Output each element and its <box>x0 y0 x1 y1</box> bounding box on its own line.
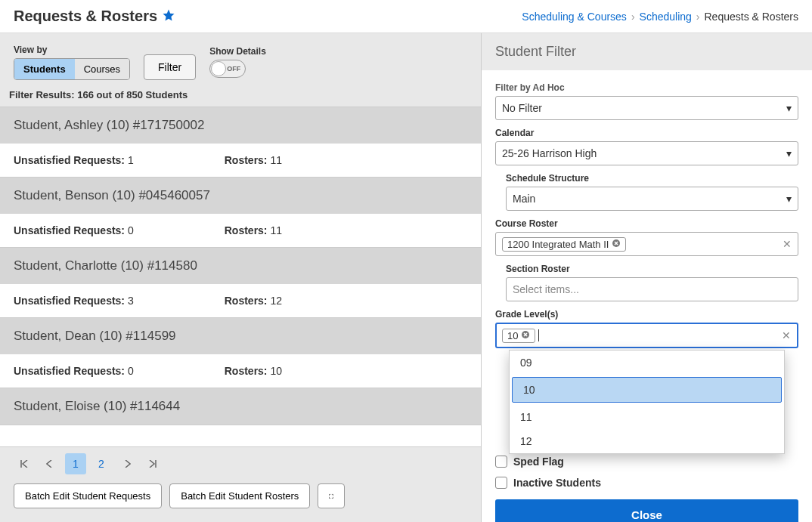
grade-level-dropdown: 09 10 11 12 <box>509 350 785 454</box>
section-roster-combo[interactable]: Select items... <box>506 277 798 301</box>
rosters-label: Rosters: <box>225 224 268 236</box>
grade-option-11[interactable]: 11 <box>510 405 784 429</box>
rosters-value: 11 <box>270 224 282 236</box>
close-button[interactable]: Close <box>495 499 798 522</box>
show-details-label: Show Details <box>209 46 266 57</box>
breadcrumb-current: Requests & Rosters <box>705 11 799 23</box>
grade-level-combo[interactable]: 10 ✕ <box>495 323 798 348</box>
sped-flag-checkbox[interactable] <box>495 456 507 468</box>
clear-icon[interactable]: ✕ <box>782 329 791 341</box>
chevron-right-icon: › <box>696 11 700 23</box>
grade-option-12[interactable]: 12 <box>510 429 784 453</box>
adhoc-label: Filter by Ad Hoc <box>495 82 798 93</box>
pager: 1 2 <box>14 453 467 474</box>
unsatisfied-value: 3 <box>128 295 134 307</box>
schedule-structure-value: Main <box>513 193 535 205</box>
sped-flag-label: Sped Flag <box>513 456 564 468</box>
text-cursor <box>538 329 539 341</box>
filter-button[interactable]: Filter <box>144 54 196 80</box>
grade-level-chip: 10 <box>502 329 535 343</box>
unsatisfied-label: Unsatisfied Requests: <box>14 154 125 166</box>
student-list: Student, Ashley (10) #171750002 Unsatisf… <box>0 107 481 446</box>
viewby-students-button[interactable]: Students <box>14 59 75 79</box>
inactive-students-checkbox[interactable] <box>495 477 507 489</box>
adhoc-value: No Filter <box>502 102 542 114</box>
show-details-toggle[interactable]: OFF <box>209 60 246 78</box>
student-name: Student, Dean (10) #114599 <box>0 318 481 354</box>
course-roster-label: Course Roster <box>495 218 798 229</box>
course-roster-combo[interactable]: 1200 Integrated Math II ✕ <box>495 232 798 256</box>
chevron-right-icon: › <box>631 11 635 23</box>
student-row[interactable]: Student, Charlotte (10) #114580 Unsatisf… <box>0 248 481 318</box>
pager-first-button[interactable] <box>14 453 35 474</box>
student-name: Student, Ashley (10) #171750002 <box>0 107 481 144</box>
rosters-value: 11 <box>270 154 282 166</box>
calendar-select[interactable]: 25-26 Harrison High ▾ <box>495 141 798 165</box>
chip-label: 10 <box>507 330 518 341</box>
rosters-value: 10 <box>270 365 282 377</box>
breadcrumb-link-scheduling[interactable]: Scheduling <box>640 11 692 23</box>
grade-level-label: Grade Level(s) <box>495 309 798 320</box>
schedule-structure-label: Schedule Structure <box>506 173 798 184</box>
unsatisfied-label: Unsatisfied Requests: <box>14 365 125 377</box>
pager-page-1[interactable]: 1 <box>65 453 86 474</box>
grade-option-10[interactable]: 10 <box>512 377 782 403</box>
student-name: Student, Charlotte (10) #114580 <box>0 248 481 284</box>
chip-remove-icon[interactable] <box>521 330 530 341</box>
breadcrumb-link-scheduling-courses[interactable]: Scheduling & Courses <box>522 11 627 23</box>
pager-next-button[interactable] <box>116 453 138 474</box>
student-name: Student, Benson (10) #045460057 <box>0 178 481 214</box>
pager-last-button[interactable] <box>142 453 163 474</box>
batch-edit-requests-button[interactable]: Batch Edit Student Requests <box>14 483 162 508</box>
course-roster-chip: 1200 Integrated Math II <box>502 237 626 252</box>
clear-icon[interactable]: ✕ <box>783 238 792 250</box>
student-filter-panel: Student Filter Filter by Ad Hoc No Filte… <box>481 33 812 522</box>
schedule-structure-select[interactable]: Main ▾ <box>506 187 798 211</box>
student-row[interactable]: Student, Ashley (10) #171750002 Unsatisf… <box>0 107 481 178</box>
viewby-segmented: Students Courses <box>14 58 130 80</box>
rosters-value: 12 <box>270 295 282 307</box>
rosters-label: Rosters: <box>225 365 268 377</box>
viewby-label: View by <box>14 45 130 55</box>
calendar-value: 25-26 Harrison High <box>502 147 597 159</box>
page-title: Requests & Rosters <box>14 8 157 25</box>
toggle-off-text: OFF <box>227 65 240 73</box>
unsatisfied-value: 0 <box>128 224 134 236</box>
student-row[interactable]: Student, Eloise (10) #114644 <box>0 388 481 425</box>
pager-page-2[interactable]: 2 <box>91 453 112 474</box>
rosters-label: Rosters: <box>225 154 268 166</box>
panel-title: Student Filter <box>482 33 812 70</box>
student-row[interactable]: Student, Benson (10) #045460057 Unsatisf… <box>0 178 481 248</box>
grade-option-09[interactable]: 09 <box>510 351 784 375</box>
viewby-courses-button[interactable]: Courses <box>75 59 129 79</box>
chip-label: 1200 Integrated Math II <box>507 239 609 250</box>
student-row[interactable]: Student, Dean (10) #114599 Unsatisfied R… <box>0 318 481 388</box>
unsatisfied-label: Unsatisfied Requests: <box>14 295 125 307</box>
breadcrumb: Scheduling & Courses › Scheduling › Requ… <box>522 11 798 23</box>
chevron-down-icon: ▾ <box>786 147 792 159</box>
unsatisfied-value: 1 <box>128 154 134 166</box>
section-roster-label: Section Roster <box>506 264 798 274</box>
section-roster-placeholder: Select items... <box>513 283 579 295</box>
favorite-star-icon[interactable] <box>162 8 175 24</box>
rosters-label: Rosters: <box>225 295 268 307</box>
filter-results-text: Filter Results: 166 out of 850 Students <box>0 85 481 107</box>
chevron-down-icon: ▾ <box>786 193 792 205</box>
chip-remove-icon[interactable] <box>612 239 621 250</box>
calendar-label: Calendar <box>495 128 798 138</box>
adhoc-select[interactable]: No Filter ▾ <box>495 96 798 120</box>
left-panel: View by Students Courses . Filter Show D… <box>0 33 481 522</box>
inactive-students-label: Inactive Students <box>513 477 601 489</box>
unsatisfied-label: Unsatisfied Requests: <box>14 224 125 236</box>
fullscreen-button[interactable] <box>318 483 345 508</box>
batch-edit-rosters-button[interactable]: Batch Edit Student Rosters <box>169 483 310 508</box>
unsatisfied-value: 0 <box>128 365 134 377</box>
chevron-down-icon: ▾ <box>786 102 792 114</box>
pager-prev-button[interactable] <box>39 453 60 474</box>
page-header: Requests & Rosters Scheduling & Courses … <box>0 0 812 33</box>
student-name: Student, Eloise (10) #114644 <box>0 388 481 425</box>
